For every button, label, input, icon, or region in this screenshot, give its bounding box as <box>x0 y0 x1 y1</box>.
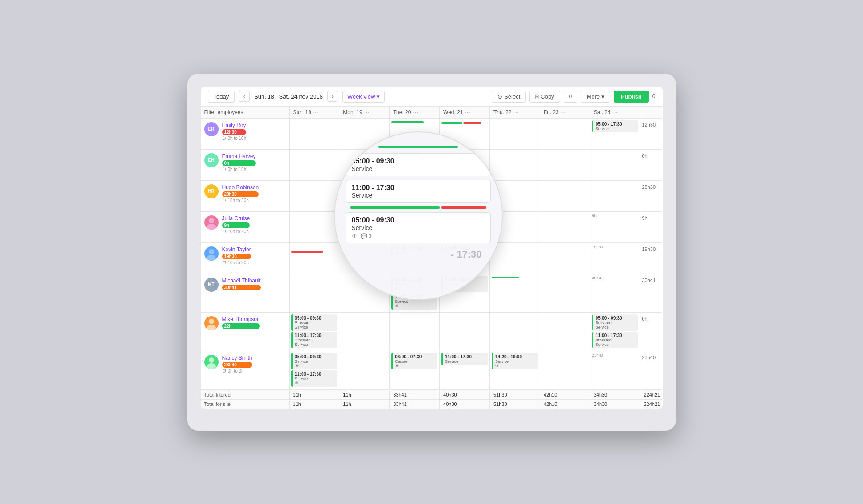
emp-hours-emma: ⏱ 0h to 15h <box>222 167 256 172</box>
julia-sun[interactable] <box>290 212 340 243</box>
mag-card2-service: Service <box>352 192 485 199</box>
mike-mon[interactable] <box>339 313 390 351</box>
emp-name-emma[interactable]: Emma Harvey <box>222 153 256 159</box>
mike-sat-shift1[interactable]: 05:00 - 09:30 Brossard Service <box>592 314 638 331</box>
today-button[interactable]: Today <box>208 91 235 103</box>
emp-name-mike[interactable]: Mike Thompson <box>222 316 260 322</box>
week-view-select[interactable]: Week view ▾ <box>342 91 385 103</box>
nancy-sat[interactable]: 23h40 <box>590 351 640 390</box>
emily-sun[interactable] <box>290 119 340 150</box>
mag-card2[interactable]: 11:00 - 17:30 Service <box>346 180 491 203</box>
svg-point-0 <box>209 218 214 223</box>
emily-sat[interactable]: 05:00 - 17:30 Service <box>590 119 640 150</box>
hugo-fri[interactable] <box>540 181 590 212</box>
mike-sun-shift1[interactable]: 05:00 - 09:30 Brossard Service <box>291 314 338 331</box>
col-sat24: Sat. 24 ··· <box>590 107 640 119</box>
kevin-sat[interactable]: 19h30 <box>590 243 640 274</box>
emma-fri[interactable] <box>540 150 590 181</box>
nancy-tue-shift[interactable]: 06:00 - 07:30 Caisse 👁 <box>391 353 437 369</box>
col-sun18-menu[interactable]: ··· <box>313 109 319 115</box>
more-button[interactable]: More ▾ <box>581 91 610 103</box>
avatar-emily: ER <box>204 122 219 136</box>
emily-sat-shift1[interactable]: 05:00 - 17:30 Service <box>592 120 638 132</box>
emily-fri[interactable] <box>540 119 590 150</box>
nancy-fri[interactable] <box>540 351 590 390</box>
emp-name-hugo[interactable]: Hugo Robinson <box>222 184 259 190</box>
emp-name-michael[interactable]: Michaël Thibault <box>222 278 261 284</box>
magnifier-overlay: 05:00 - 09:30 Service 11:00 - 17:30 Serv… <box>334 131 503 300</box>
mike-thu[interactable] <box>490 313 540 351</box>
avatar-kevin <box>204 246 219 261</box>
kevin-fri[interactable] <box>540 243 590 274</box>
col-fri23-menu[interactable]: ··· <box>561 109 566 115</box>
emp-info-julia: Julia Cruise 9h ⏱ 10h to 20h <box>222 215 250 234</box>
employee-cell-kevin: Kevin Taylor 19h30 ⏱ 10h to 20h <box>201 243 290 274</box>
emma-sat[interactable] <box>590 150 640 181</box>
next-week-button[interactable]: › <box>327 91 338 102</box>
emp-name-emily[interactable]: Emily Roy <box>222 122 247 128</box>
mag-card3-icons: 👁 💬 3 <box>352 233 485 239</box>
emily-thu[interactable] <box>490 119 540 150</box>
select-button[interactable]: ⊙ Select <box>492 91 526 103</box>
michael-fri[interactable] <box>540 274 590 313</box>
totals-filtered-sat: 34h30 <box>590 390 640 399</box>
emp-name-kevin[interactable]: Kevin Taylor <box>222 246 251 253</box>
mike-sun[interactable]: 05:00 - 09:30 Brossard Service 11:00 - 1… <box>290 313 340 351</box>
svg-point-1 <box>207 224 216 230</box>
col-wed21-menu[interactable]: ··· <box>465 109 471 115</box>
copy-button[interactable]: ⎘ Copy <box>529 91 560 103</box>
mike-sat[interactable]: 05:00 - 09:30 Brossard Service 11:00 - 1… <box>590 313 640 351</box>
col-thu22-menu[interactable]: ··· <box>513 109 519 115</box>
kevin-sun[interactable] <box>290 243 340 274</box>
mag-card3[interactable]: 05:00 - 09:30 Service 👁 💬 3 <box>346 212 491 243</box>
emp-hours-nancy: ⏱ 0h to 0h <box>222 369 252 373</box>
print-button[interactable]: 🖨 <box>564 91 577 103</box>
michael-sat[interactable]: 30h41 <box>590 274 640 313</box>
nancy-mon[interactable] <box>339 351 390 390</box>
julia-fri[interactable] <box>540 212 590 243</box>
nancy-tue[interactable]: 06:00 - 07:30 Caisse 👁 <box>390 351 440 390</box>
mag-card1[interactable]: 05:00 - 09:30 Service <box>346 153 491 176</box>
nancy-thu-shift[interactable]: 14:20 - 19:00 Service 👁 <box>492 353 538 369</box>
svg-point-4 <box>209 319 214 324</box>
hugo-sat[interactable] <box>590 181 640 212</box>
col-tue20-menu[interactable]: ··· <box>413 109 418 115</box>
emp-badge-nancy: 23h40 <box>222 362 252 368</box>
nancy-wed-shift[interactable]: 11:00 - 17:30 Service <box>441 353 488 365</box>
totals-filtered-thu: 51h30 <box>490 390 540 399</box>
publish-button[interactable]: Publish <box>614 91 649 103</box>
nancy-sun-shift1[interactable]: 05:00 - 09:30 Service 👁 <box>291 353 338 369</box>
emma-sun[interactable] <box>290 150 340 181</box>
avatar-hugo: HR <box>204 184 219 198</box>
emp-badge-emily: 12h30 <box>222 129 247 135</box>
mike-sat-shift2[interactable]: 11:00 - 17:30 Brossard Service <box>592 332 638 348</box>
nancy-wed[interactable]: 11:00 - 17:30 Service <box>440 351 490 390</box>
michael-thu[interactable] <box>490 274 540 313</box>
mike-fri[interactable] <box>540 313 590 351</box>
emp-name-julia[interactable]: Julia Cruise <box>222 215 250 222</box>
emp-name-nancy[interactable]: Nancy Smith <box>222 355 252 361</box>
totals-site-tue: 33h41 <box>390 399 440 409</box>
nancy-sun[interactable]: 05:00 - 09:30 Service 👁 11:00 - 17:30 Se… <box>290 351 340 390</box>
mag-card1-service: Service <box>352 165 485 172</box>
header-right: ⊙ Select ⎘ Copy 🖨 More ▾ Publish 0 <box>492 91 655 103</box>
mike-tue[interactable] <box>390 313 440 351</box>
michael-sun[interactable] <box>290 274 340 313</box>
emma-thu[interactable] <box>490 150 540 181</box>
col-sat24-menu[interactable]: ··· <box>612 109 618 115</box>
mike-sun-shift2[interactable]: 11:00 - 17:30 Brossard Service <box>291 332 338 348</box>
employee-cell-emma: EH Emma Harvey 0h ⏱ 0h to 15h <box>201 150 290 181</box>
nancy-sun-shift2[interactable]: 11:00 - 17:30 Service 👁 <box>291 370 338 387</box>
emp-badge-julia: 9h <box>222 222 250 228</box>
julia-sat[interactable]: 9h <box>590 212 640 243</box>
emma-total: 0h <box>640 150 662 181</box>
kevin-thu[interactable] <box>490 243 540 274</box>
col-tue20: Tue. 20 ··· <box>390 107 440 119</box>
mag-separator-bars <box>346 206 491 209</box>
col-mon19-menu[interactable]: ··· <box>364 109 370 115</box>
totals-site-mon: 11h <box>339 399 390 409</box>
mike-wed[interactable] <box>440 313 490 351</box>
nancy-thu[interactable]: 14:20 - 19:00 Service 👁 <box>490 351 540 390</box>
hugo-sun[interactable] <box>290 181 340 212</box>
prev-week-button[interactable]: ‹ <box>239 91 250 102</box>
